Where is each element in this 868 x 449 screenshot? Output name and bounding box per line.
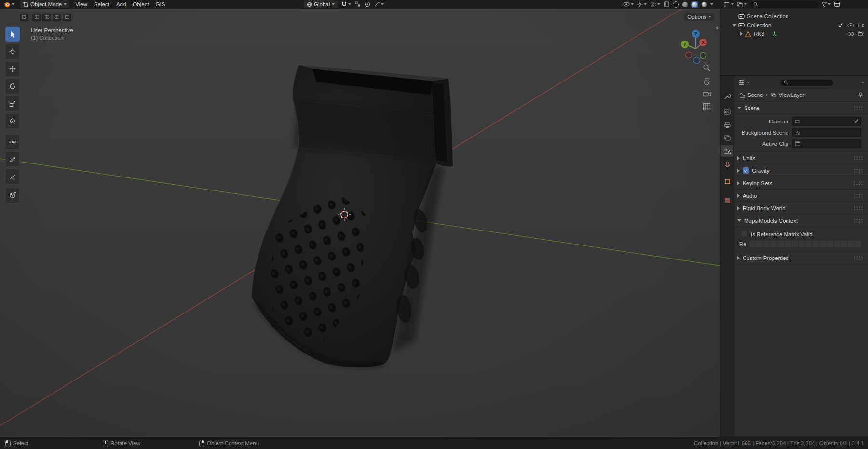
tab-scene[interactable] (721, 145, 733, 157)
outliner-editor-type-button[interactable] (724, 1, 734, 7)
panel-audio-header[interactable]: Audio (734, 190, 868, 202)
breadcrumb-viewlayer[interactable]: ViewLayer (779, 92, 805, 98)
panel-drag-dots[interactable] (854, 193, 863, 198)
menu-add[interactable]: Add (113, 0, 129, 9)
tool-scale[interactable] (5, 96, 20, 111)
tool-move[interactable] (5, 61, 20, 77)
ortho-grid-button[interactable] (703, 103, 711, 111)
menu-select[interactable]: Select (91, 0, 113, 9)
outliner-display-mode-button[interactable] (737, 2, 747, 7)
properties-search-input[interactable] (780, 80, 833, 86)
reference-matrix-field[interactable] (749, 241, 861, 247)
sidebar-collapse-arrow[interactable] (716, 26, 718, 30)
navigation-gizmo[interactable]: Z X Y (677, 29, 715, 68)
panel-custom-properties-header[interactable]: Custom Properties (734, 252, 868, 264)
viewport-3d[interactable]: User Perspective (1) Collection Options (0, 9, 720, 437)
panel-drag-dots[interactable] (854, 206, 863, 211)
camera-field[interactable] (792, 117, 861, 126)
tab-texture[interactable] (721, 194, 733, 206)
shading-rendered-button[interactable] (702, 2, 707, 7)
select-mode-toggle-1[interactable] (32, 14, 41, 21)
viewport-header: Object Mode View Select Add Object GIS G… (0, 0, 720, 9)
panel-drag-dots[interactable] (854, 181, 863, 186)
select-mode-toggle-3[interactable] (53, 14, 61, 21)
tool-measure[interactable] (5, 169, 20, 184)
properties-editor-icon[interactable] (738, 80, 745, 85)
panel-gravity-header[interactable]: Gravity (734, 164, 868, 177)
properties-options-chevron[interactable] (861, 82, 864, 83)
collection-checkbox-icon[interactable] (838, 23, 843, 28)
ref-matrix-valid-checkbox[interactable] (741, 231, 747, 237)
snap-toggle[interactable] (341, 1, 351, 7)
tool-cad-sketcher[interactable]: CAD (5, 134, 20, 150)
proportional-falloff-dropdown[interactable] (374, 1, 384, 7)
editor-type-toggle[interactable] (20, 14, 28, 21)
zoom-button[interactable] (703, 64, 711, 72)
eyedropper-icon[interactable] (854, 119, 859, 124)
shading-wireframe-button[interactable] (673, 1, 679, 8)
panel-keying-sets-header[interactable]: Keying Sets (734, 177, 868, 190)
active-clip-field[interactable] (792, 139, 861, 148)
panel-scene-header[interactable]: Scene (734, 102, 868, 114)
gravity-checkbox[interactable] (743, 167, 749, 174)
mode-selector[interactable]: Object Mode (20, 0, 69, 8)
background-scene-field[interactable] (792, 128, 861, 137)
panel-drag-dots[interactable] (854, 106, 863, 110)
tool-select-box[interactable] (5, 27, 20, 42)
panel-drag-dots[interactable] (854, 218, 863, 223)
panel-drag-dots[interactable] (854, 256, 863, 260)
tool-transform[interactable] (5, 113, 20, 129)
tab-object[interactable] (721, 176, 733, 187)
blender-menu[interactable] (0, 1, 18, 8)
outliner-search-input[interactable] (750, 1, 818, 8)
overlays-icon (650, 2, 656, 7)
tool-annotate[interactable] (5, 151, 20, 167)
gizmo-neg-x-ball (686, 52, 692, 58)
tab-output[interactable] (721, 119, 733, 131)
outliner-row-scene-collection[interactable]: Scene Collection (720, 12, 868, 21)
tab-view-layer[interactable] (721, 132, 733, 144)
hide-eye-icon[interactable] (847, 32, 854, 36)
object-visibility-dropdown[interactable] (623, 2, 634, 7)
xray-toggle[interactable] (664, 1, 669, 7)
shading-options-chevron[interactable] (710, 3, 713, 5)
options-dropdown[interactable]: Options (684, 13, 714, 21)
disable-render-camera-icon[interactable] (858, 31, 864, 36)
pin-icon[interactable] (858, 92, 863, 98)
overlays-dropdown[interactable] (650, 2, 660, 7)
outliner-row-collection[interactable]: Collection (720, 21, 868, 29)
tool-cursor[interactable] (5, 44, 20, 59)
select-mode-toggle-2[interactable] (42, 14, 51, 21)
menu-gis[interactable]: GIS (152, 0, 169, 9)
menu-view[interactable]: View (72, 0, 91, 9)
pan-hand-button[interactable] (703, 77, 711, 85)
eye-icon (623, 2, 630, 7)
shading-solid-button[interactable] (682, 2, 688, 7)
select-mode-toggle-4[interactable] (63, 14, 71, 21)
panel-drag-dots[interactable] (854, 156, 863, 161)
camera-view-button[interactable] (703, 91, 711, 97)
outliner-filter-button[interactable] (821, 2, 831, 7)
tab-render[interactable] (721, 106, 733, 118)
breadcrumb-scene[interactable]: Scene (747, 92, 763, 98)
tab-tool[interactable] (721, 91, 733, 102)
shading-material-button[interactable] (691, 1, 698, 8)
tool-rotate[interactable] (5, 79, 20, 94)
transform-orientation-dropdown[interactable]: Global (304, 0, 338, 8)
disclosure-open-icon[interactable] (732, 24, 736, 27)
menu-object[interactable]: Object (129, 0, 152, 9)
panel-maps-context-header[interactable]: Maps Models Context (734, 215, 868, 227)
panel-rigid-body-header[interactable]: Rigid Body World (734, 202, 868, 215)
new-collection-button[interactable] (834, 1, 840, 7)
hide-eye-icon[interactable] (847, 23, 854, 27)
panel-units-header[interactable]: Units (734, 152, 868, 164)
disable-render-camera-icon[interactable] (858, 23, 864, 27)
tab-world[interactable] (721, 158, 733, 170)
disclosure-closed-icon[interactable] (740, 32, 743, 36)
tool-add-cube[interactable] (5, 188, 20, 203)
panel-drag-dots[interactable] (854, 168, 863, 173)
outliner-row-object-rk3[interactable]: RK3 (720, 29, 868, 38)
snap-settings-button[interactable] (355, 1, 361, 7)
gizmos-dropdown[interactable] (637, 1, 647, 7)
proportional-editing-toggle[interactable] (365, 1, 370, 7)
